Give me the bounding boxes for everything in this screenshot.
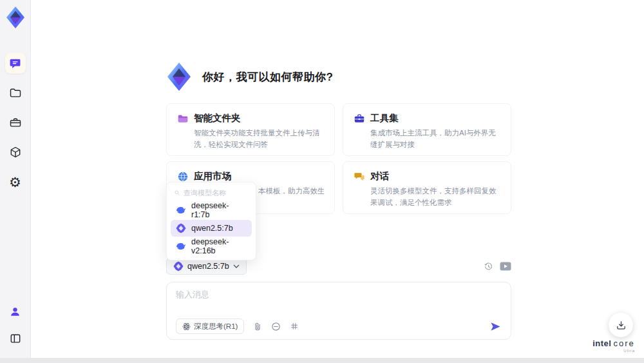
- sidebar-item-chat[interactable]: [5, 53, 26, 74]
- video-icon: [500, 262, 511, 271]
- app-logo-icon: [4, 5, 27, 30]
- app-window: ⚙: [0, 0, 644, 363]
- model-dropdown: deepseek-r1:7b qwen2.5:7b deepseek-v2:16…: [166, 182, 256, 260]
- model-option-label: deepseek-r1:7b: [191, 201, 247, 219]
- dialogue-bubbles-icon: [354, 171, 365, 182]
- selected-model-label: qwen2.5:7b: [187, 262, 229, 271]
- model-search-input[interactable]: [184, 189, 248, 197]
- search-icon: [175, 189, 180, 197]
- card-title: 工具集: [370, 112, 399, 124]
- model-option-deepseek-r1[interactable]: deepseek-r1:7b: [171, 202, 252, 219]
- cube-icon: [9, 146, 22, 159]
- knowledge-button[interactable]: [290, 322, 299, 331]
- card-smart-folder[interactable]: 智能文件夹 智能文件夹功能支持批量文件上传与清洗，轻松实现文件问答: [166, 103, 335, 156]
- model-option-qwen[interactable]: qwen2.5:7b: [171, 220, 252, 237]
- model-search-row: [169, 186, 253, 201]
- model-option-label: deepseek-v2:16b: [191, 237, 247, 255]
- download-icon: [616, 320, 627, 331]
- send-button[interactable]: [489, 320, 502, 333]
- columns-icon: [9, 332, 22, 345]
- toolset-briefcase-icon: [354, 113, 365, 124]
- card-description: 灵活切换多模型文件，支持多样回复效果调试，满足个性化需求: [370, 186, 500, 209]
- sidebar-item-folders[interactable]: [5, 83, 26, 103]
- chevron-down-icon: [233, 264, 240, 268]
- sidebar-item-toolbox[interactable]: [5, 112, 26, 133]
- intel-core-badge: intelcore Ultra: [592, 338, 635, 353]
- send-icon: [489, 320, 502, 333]
- deep-think-toggle[interactable]: 深度思考(R1): [176, 319, 244, 334]
- card-description: 智能文件夹功能支持批量文件上传与清洗，轻松实现文件问答: [194, 128, 324, 151]
- intel-brand-text: intel: [592, 338, 611, 348]
- sidebar-item-collapse[interactable]: [5, 328, 26, 349]
- paperclip-icon: [253, 322, 262, 331]
- greeting-title: 你好，我可以如何帮助你?: [202, 70, 333, 84]
- purple-folder-icon: [177, 113, 189, 124]
- video-button[interactable]: [500, 262, 511, 271]
- deepseek-icon: [176, 205, 186, 215]
- attach-button[interactable]: [253, 322, 262, 331]
- qwen-icon: [176, 223, 186, 233]
- sidebar-item-settings[interactable]: ⚙: [5, 172, 26, 192]
- user-icon: [9, 306, 21, 318]
- card-dialogue[interactable]: 对话 灵活切换多模型文件，支持多样回复效果调试，满足个性化需求: [343, 161, 511, 214]
- app-market-globe-icon: [177, 171, 189, 182]
- message-composer: 深度思考(R1): [166, 282, 511, 340]
- briefcase-icon: [9, 116, 22, 129]
- message-input[interactable]: [176, 289, 502, 311]
- sidebar-item-account[interactable]: [5, 301, 26, 322]
- card-title: 智能文件夹: [194, 112, 241, 124]
- folder-icon: [9, 86, 22, 99]
- bottom-edge-bar: [0, 358, 644, 363]
- greeting-header: 你好，我可以如何帮助你?: [164, 61, 333, 93]
- assistant-logo-icon: [164, 61, 194, 93]
- composer-toolbar: 深度思考(R1): [176, 319, 502, 334]
- core-brand-text: core: [613, 338, 634, 348]
- card-title: 应用市场: [194, 170, 231, 182]
- qwen-icon: [173, 261, 184, 271]
- badge-sub-text: Ultra: [592, 349, 635, 353]
- history-button[interactable]: [484, 262, 493, 271]
- download-button[interactable]: [609, 313, 633, 337]
- sidebar: ⚙: [0, 0, 31, 358]
- atom-icon: [182, 322, 191, 331]
- globe-icon: [271, 322, 281, 331]
- gear-icon: ⚙: [9, 175, 21, 189]
- card-description: 集成市场上主流工具，助力AI与外界无缝扩展与对接: [370, 128, 500, 151]
- deep-think-label: 深度思考(R1): [194, 322, 238, 331]
- card-toolset[interactable]: 工具集 集成市场上主流工具，助力AI与外界无缝扩展与对接: [343, 103, 511, 156]
- deepseek-icon: [176, 241, 186, 251]
- model-option-label: qwen2.5:7b: [191, 224, 233, 233]
- sidebar-item-models[interactable]: [5, 142, 26, 162]
- chat-icon: [9, 57, 21, 70]
- main-area: 你好，我可以如何帮助你? 智能文件夹 智能文件夹功能支持批量文件上传与清洗，轻松…: [31, 0, 644, 358]
- grid-icon: [290, 322, 299, 331]
- model-option-deepseek-v2[interactable]: deepseek-v2:16b: [171, 238, 252, 255]
- history-icon: [484, 262, 493, 271]
- web-button[interactable]: [271, 322, 281, 331]
- card-title: 对话: [370, 170, 389, 182]
